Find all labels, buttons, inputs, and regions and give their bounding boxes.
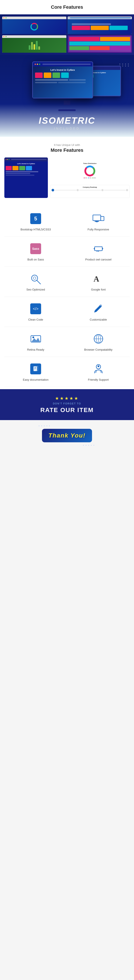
rt-dot-3 xyxy=(101,189,104,191)
token-title: Token Distribution xyxy=(83,163,96,164)
feat-screen-left-header xyxy=(4,158,48,161)
monitor-stand xyxy=(4,100,130,105)
feature-item-support: Friendly Support xyxy=(67,357,130,387)
decorative-dots-right xyxy=(120,64,130,67)
thankyou-badge: Thank You! xyxy=(42,429,92,442)
feature-item-browser: Browser Compatability xyxy=(67,327,130,357)
rate-section: ★★★★★ DON'T FORGET TO RATE OUR ITEM xyxy=(0,389,134,420)
rate-dont-forget: DON'T FORGET TO xyxy=(4,402,130,405)
customize-icon xyxy=(93,303,104,314)
legend-dot-2 xyxy=(88,178,89,178)
main-monitor-title: Let's Invest in Cytbex xyxy=(35,68,90,71)
d-br-1 xyxy=(83,445,84,445)
dot-1 xyxy=(69,18,69,18)
feature-item-google: A Google font xyxy=(67,267,130,297)
main-b3 xyxy=(52,73,60,78)
feature-label-customizable: Customizable xyxy=(90,318,107,321)
feature-icon-responsive xyxy=(92,212,105,225)
legend-label-1: 40% xyxy=(85,177,87,178)
d8 xyxy=(128,65,129,67)
google-font-icon: A xyxy=(93,273,104,284)
svg-rect-4 xyxy=(95,247,102,251)
d-tl-4 xyxy=(47,426,47,426)
feature-label-sass: Built on Sass xyxy=(27,258,44,261)
feature-item-seo: Seo Optimized xyxy=(4,267,67,297)
support-icon xyxy=(93,363,104,374)
feat-blocks xyxy=(6,166,47,170)
screen-3-bar xyxy=(2,35,66,38)
rt-dot-4 xyxy=(126,189,128,191)
retina-icon xyxy=(30,333,42,344)
feature-item-retina: Retina Ready xyxy=(4,327,67,357)
feature-label-seo: Seo Optimized xyxy=(26,288,45,291)
svg-rect-20 xyxy=(35,367,36,368)
chart-circle xyxy=(30,23,38,30)
top-screenshots xyxy=(0,14,134,55)
fdot-r xyxy=(6,159,6,160)
feature-item-sass: Sass Built on Sass xyxy=(4,237,67,267)
cb-5 xyxy=(90,46,110,50)
html5-icon: 5 xyxy=(30,213,41,224)
fl2 xyxy=(6,173,30,174)
svg-rect-22 xyxy=(35,369,35,369)
card-pink xyxy=(72,26,90,30)
browser-icon xyxy=(93,333,104,344)
legend-label-3: 30% xyxy=(94,177,96,178)
screen-1 xyxy=(2,17,66,34)
isometric-sub: INCLUDED xyxy=(4,127,130,130)
main-monitor: Let's Invest in Cytbex xyxy=(32,61,93,99)
screens-grid xyxy=(0,14,134,55)
isometric-section: Let's Invest in Cytbex Let's Invest in C… xyxy=(0,55,134,137)
d-tl-3 xyxy=(44,426,44,426)
d7 xyxy=(125,65,126,67)
more-features-title: More Features xyxy=(4,148,130,153)
screen-4 xyxy=(68,35,132,53)
svg-rect-1 xyxy=(101,216,104,221)
bar-chart xyxy=(29,41,40,50)
screen-2-content xyxy=(68,19,132,34)
main-monitor-lines xyxy=(35,79,90,81)
svg-text:A: A xyxy=(93,275,99,283)
stand-neck xyxy=(64,100,70,105)
rt-line-2 xyxy=(79,190,101,190)
monitor-base xyxy=(4,109,130,111)
feature-icon-customizable xyxy=(92,302,105,315)
dot-g xyxy=(6,36,6,37)
card-cyan xyxy=(109,26,128,30)
fl1 xyxy=(6,171,38,172)
monitor-container: Let's Invest in Cytbex Let's Invest in C… xyxy=(4,61,130,99)
feat-screen-left-body: Let's Invest in Cytbex xyxy=(4,161,48,188)
d-tl-1 xyxy=(39,426,39,426)
d-br-5 xyxy=(93,445,94,445)
legend-dot-3 xyxy=(93,178,93,178)
bar-5 xyxy=(38,46,40,50)
dots-topleft xyxy=(39,426,51,426)
main-monitor-bar xyxy=(33,62,93,67)
feature-icon-sass: Sass xyxy=(29,242,42,255)
d1 xyxy=(120,64,120,64)
legend-item-1: 40% xyxy=(84,177,87,178)
cb-3 xyxy=(69,41,130,46)
feature-label-browser: Browser Compatability xyxy=(84,348,112,351)
dot-yellow xyxy=(4,18,5,18)
feat-screen-title: Let's Invest in Cytbex xyxy=(6,163,47,165)
cb-2 xyxy=(100,37,130,41)
blockchain-content xyxy=(71,22,129,31)
screen-1-bar xyxy=(2,17,66,19)
line-1 xyxy=(35,79,68,81)
feature-label-retina: Retina Ready xyxy=(27,348,44,351)
feature-icon-docs xyxy=(29,363,42,375)
carousel-icon xyxy=(93,243,104,254)
main-b4 xyxy=(61,73,69,78)
svg-point-24 xyxy=(98,366,99,367)
main-monitor-content: Let's Invest in Cytbex xyxy=(33,67,93,98)
svg-rect-19 xyxy=(33,366,37,371)
d-tl-5 xyxy=(49,426,50,426)
feature-icon-cleancode: </> xyxy=(29,302,42,315)
svg-rect-3 xyxy=(96,222,98,222)
svg-point-14 xyxy=(32,336,34,338)
legend-item-3: 30% xyxy=(93,177,96,178)
doc-svg xyxy=(33,366,39,372)
d-br-3 xyxy=(88,445,89,445)
feature-label-google: Google font xyxy=(91,288,106,291)
